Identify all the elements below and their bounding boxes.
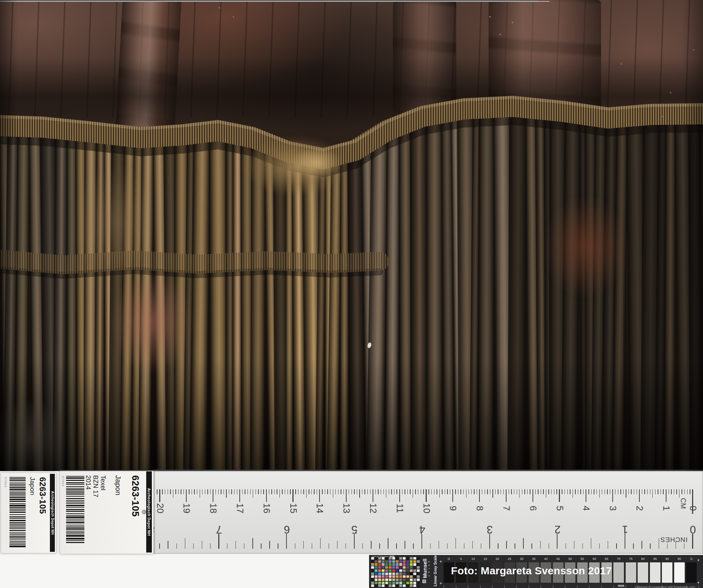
inch-tick xyxy=(185,538,185,549)
colorchecker-cell xyxy=(413,563,416,566)
barcode-bar xyxy=(66,482,84,483)
cm-tick xyxy=(477,489,477,494)
cm-tick xyxy=(178,489,179,494)
cm-number: 10 xyxy=(421,503,432,514)
cm-tick xyxy=(637,489,637,494)
cm-unit-label: CM xyxy=(679,498,687,509)
colorchecker-cell xyxy=(378,579,381,581)
colorchecker-cell xyxy=(413,560,416,563)
inch-tick xyxy=(574,541,574,549)
inch-tick xyxy=(312,543,312,549)
barcode-number: 57963 xyxy=(4,477,7,488)
colorchecker-cell xyxy=(382,566,385,569)
cm-tick xyxy=(292,489,293,502)
colorchecker-cell xyxy=(417,573,420,575)
colorchecker-cell xyxy=(413,584,416,587)
cm-number: 13 xyxy=(341,503,352,514)
inch-tick xyxy=(371,541,371,549)
cm-tick xyxy=(317,489,317,494)
inch-tick xyxy=(337,541,337,549)
cm-tick xyxy=(485,489,485,494)
gray-patch xyxy=(613,562,624,583)
cm-tick xyxy=(495,489,496,494)
mm-label: mm xyxy=(618,584,624,588)
cm-tick xyxy=(253,489,253,498)
colorchecker-cell xyxy=(375,557,378,560)
cm-tick xyxy=(466,489,466,498)
cm-tick xyxy=(327,489,328,494)
inch-tick xyxy=(439,541,439,549)
inch-number: 3 xyxy=(486,523,492,536)
colorchecker-cell xyxy=(392,579,395,581)
cm-tick xyxy=(644,489,645,494)
colorchecker-cell xyxy=(413,569,416,572)
barcode-bar xyxy=(9,480,26,481)
gray-patch-label: 45 xyxy=(552,557,564,561)
barcode-bar xyxy=(66,527,84,528)
cm-tick xyxy=(215,489,216,494)
cm-number: 19 xyxy=(181,503,192,514)
colorchecker-cell xyxy=(375,569,378,572)
colorchecker-cell xyxy=(406,582,409,584)
cm-tick xyxy=(674,489,674,494)
cm-number: 4 xyxy=(581,506,592,511)
cm-tick xyxy=(479,489,480,502)
colorchecker-cell xyxy=(375,582,378,584)
inch-number: 5 xyxy=(351,523,357,536)
colorchecker-cell xyxy=(406,579,409,581)
barcode-bar xyxy=(9,540,26,540)
barcode-bar xyxy=(66,519,84,520)
barcode-bar xyxy=(9,499,26,500)
colorchecker-cell xyxy=(389,560,392,563)
inch-tick xyxy=(549,543,549,549)
inch-tick xyxy=(261,543,261,549)
cm-tick xyxy=(346,489,347,502)
colorchecker-cell xyxy=(371,573,374,575)
gray-patch-label: 15 xyxy=(479,557,491,561)
colorchecker-cell xyxy=(382,575,385,578)
cm-tick xyxy=(359,489,360,498)
barcode-bar xyxy=(9,534,26,535)
cm-tick xyxy=(282,489,282,494)
cm-tick xyxy=(570,489,570,494)
inch-tick xyxy=(244,543,244,549)
textile-photo xyxy=(0,0,703,471)
cm-tick xyxy=(279,489,280,498)
inch-number: 7 xyxy=(216,523,222,536)
colorchecker-cell xyxy=(389,579,392,581)
inch-tick xyxy=(641,541,642,549)
colorchecker-cell xyxy=(410,575,413,578)
depot-bar: Archeologisch Depot NH xyxy=(146,471,152,553)
inch-tick xyxy=(633,543,633,549)
cm-tick xyxy=(357,489,357,494)
inch-tick xyxy=(252,538,253,549)
tag-line: 2014 xyxy=(85,475,92,497)
cm-number: 6 xyxy=(527,506,538,511)
cm-tick xyxy=(669,489,669,494)
photo-credit: Foto: Margareta Svensson 2017 xyxy=(451,565,612,577)
cm-tick xyxy=(165,489,165,494)
inch-tick xyxy=(159,543,160,549)
designed-note: Designed in cooperation with imagingetc.… xyxy=(635,585,695,588)
cm-number: 8 xyxy=(474,506,485,511)
cm-tick xyxy=(605,489,605,494)
inch-tick xyxy=(430,543,431,549)
barcode-bar xyxy=(66,477,84,479)
inch-zero-end-tick xyxy=(692,534,693,549)
colorchecker-cell xyxy=(378,563,381,566)
cm-tick xyxy=(628,489,629,494)
cm-tick xyxy=(162,489,162,494)
colorchecker-cell xyxy=(403,566,406,569)
barcode-bar xyxy=(9,525,26,526)
colorchecker-cell xyxy=(382,557,385,560)
inch-tick xyxy=(456,538,456,549)
mm-tick xyxy=(589,585,589,588)
colorchecker-cell xyxy=(406,566,409,569)
inch-tick xyxy=(202,541,202,549)
colorchecker-cell xyxy=(371,566,374,569)
colorchecker-cell xyxy=(385,566,388,569)
gray-patch-label: 10 xyxy=(467,557,479,561)
barcode xyxy=(66,476,84,545)
cm-tick xyxy=(455,489,456,494)
colorchecker-cell xyxy=(385,563,388,566)
